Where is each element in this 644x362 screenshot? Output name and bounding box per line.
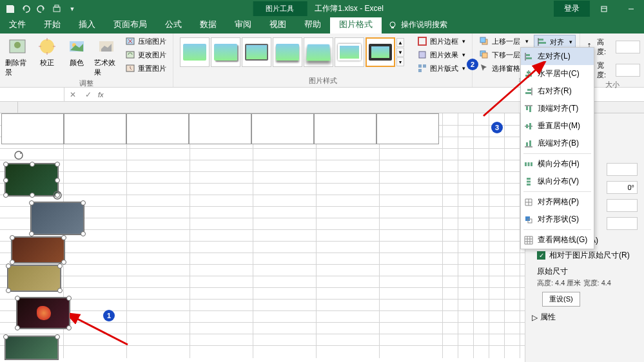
tab-data[interactable]: 数据	[191, 15, 226, 33]
remove-background-button[interactable]: 删除背景	[4, 35, 31, 79]
tab-home[interactable]: 开始	[35, 15, 70, 33]
svg-rect-46	[529, 140, 531, 146]
ribbon-options-icon[interactable]	[591, 0, 617, 17]
menu-distribute-h[interactable]: 横向分布(H)	[521, 155, 594, 173]
svg-rect-23	[482, 53, 487, 58]
align-bottom-icon	[523, 138, 534, 149]
menu-align-top[interactable]: 顶端对齐(T)	[521, 100, 594, 117]
merged-cell[interactable]	[314, 113, 376, 144]
width-input[interactable]	[616, 64, 640, 77]
artistic-effects-button[interactable]: 艺术效果	[93, 35, 120, 79]
redo-icon[interactable]	[36, 4, 46, 14]
fx-label[interactable]: fx	[98, 91, 104, 99]
picture-2[interactable]	[31, 202, 84, 234]
pane-scale-h-input[interactable]	[607, 199, 638, 212]
login-button[interactable]: 登录	[554, 1, 590, 17]
relative-size-checkbox[interactable]: ✓ 相对于图片原始尺寸(R)	[537, 250, 638, 261]
compress-pictures-button[interactable]: 压缩图片	[122, 35, 169, 48]
cancel-formula-icon[interactable]: ✕	[67, 90, 79, 99]
original-size-label: 原始尺寸	[537, 266, 638, 277]
confirm-formula-icon[interactable]: ✓	[83, 90, 94, 99]
merged-cell[interactable]	[1, 113, 64, 144]
bring-forward-button[interactable]: 上移一层▾	[476, 35, 531, 48]
pane-scale-w-input[interactable]	[607, 217, 638, 230]
gallery-up-icon[interactable]: ▲	[396, 38, 404, 47]
tab-picture-format[interactable]: 图片格式	[330, 15, 382, 33]
menu-align-right[interactable]: 右对齐(R)	[521, 82, 594, 100]
menu-align-center-v[interactable]: 垂直居中(M)	[521, 117, 594, 135]
picture-styles-gallery[interactable]: ▲ ▼ ▾	[177, 35, 408, 70]
tab-review[interactable]: 审阅	[226, 15, 260, 33]
merged-cell[interactable]	[64, 113, 126, 144]
menu-snap-shape[interactable]: 对齐形状(S)	[521, 211, 594, 228]
menu-align-center-h[interactable]: 水平居中(C)	[521, 65, 594, 82]
merged-cell[interactable]	[251, 113, 314, 144]
merged-cells-row	[1, 113, 439, 144]
color-button[interactable]: 颜色	[63, 35, 90, 69]
picture-border-button[interactable]: 图片边框▾	[415, 35, 468, 48]
menu-distribute-v[interactable]: 纵向分布(V)	[521, 173, 594, 190]
select-all-corner[interactable]	[0, 102, 18, 113]
menu-view-gridlines[interactable]: 查看网格线(G)	[521, 231, 594, 249]
rotate-handle-icon[interactable]	[52, 190, 63, 200]
svg-rect-37	[525, 92, 531, 94]
merged-cell[interactable]	[376, 113, 439, 144]
tell-me-search[interactable]: 操作说明搜索	[382, 16, 454, 33]
svg-rect-52	[527, 184, 531, 186]
picture-5[interactable]	[17, 298, 70, 329]
svg-point-7	[14, 42, 21, 48]
style-item-2[interactable]	[211, 37, 240, 67]
picture-4[interactable]	[8, 265, 61, 291]
tab-view[interactable]: 视图	[260, 15, 295, 33]
picture-3[interactable]	[12, 237, 64, 263]
style-item-5[interactable]	[304, 37, 333, 67]
gallery-down-icon[interactable]: ▼	[396, 48, 404, 57]
change-pic-icon	[125, 50, 135, 60]
picture-layout-button[interactable]: 图片版式▾	[415, 62, 468, 75]
picture-effects-button[interactable]: 图片效果▾	[415, 48, 468, 61]
merged-cell[interactable]	[126, 113, 189, 144]
gallery-more-icon[interactable]: ▾	[396, 57, 404, 66]
svg-point-8	[40, 39, 54, 53]
tab-file[interactable]: 文件	[0, 15, 35, 33]
style-item-4[interactable]	[273, 37, 302, 67]
menu-align-left[interactable]: 左对齐(L)	[521, 48, 594, 65]
style-item-6[interactable]	[335, 37, 364, 67]
pane-rotate-input[interactable]	[607, 181, 638, 194]
save-icon[interactable]	[5, 4, 15, 14]
style-item-3[interactable]	[242, 37, 271, 67]
annotation-1: 1	[103, 310, 115, 321]
tab-insert[interactable]: 插入	[70, 15, 104, 33]
undo-icon[interactable]	[21, 4, 31, 14]
align-icon	[537, 37, 547, 47]
style-item-7[interactable]	[366, 37, 395, 67]
menu-snap-grid[interactable]: 对齐网格(P)	[521, 193, 594, 211]
menu-align-bottom[interactable]: 底端对齐(B)	[521, 135, 594, 152]
tab-help[interactable]: 帮助	[295, 15, 330, 33]
tab-layout[interactable]: 页面布局	[104, 15, 156, 33]
height-input[interactable]	[616, 41, 640, 53]
reset-size-button[interactable]: 重设(S)	[542, 292, 580, 307]
tab-formula[interactable]: 公式	[156, 15, 191, 33]
selection-icon	[479, 63, 489, 73]
svg-rect-30	[526, 54, 530, 56]
print-preview-icon[interactable]	[52, 4, 62, 14]
title-center: 图片工具 工作簿1.xlsx - Excel	[253, 1, 391, 16]
style-item-1[interactable]	[180, 37, 210, 67]
qat-dropdown-icon[interactable]: ▼	[67, 4, 77, 14]
reset-picture-button[interactable]: 重置图片	[122, 62, 169, 75]
pane-width-input[interactable]	[607, 163, 638, 176]
change-picture-button[interactable]: 更改图片	[122, 48, 169, 61]
annotation-3: 3	[491, 122, 503, 133]
picture-1[interactable]	[5, 164, 58, 196]
minimize-icon[interactable]	[618, 0, 644, 17]
picture-6[interactable]	[5, 336, 58, 359]
group-picture-styles: ▲ ▼ ▾ 图片边框▾ 图片效果▾ 图片版式▾	[173, 33, 473, 87]
properties-section-header[interactable]: ▷ 属性	[532, 312, 638, 323]
svg-rect-24	[538, 39, 543, 41]
corrections-button[interactable]: 校正	[34, 35, 61, 69]
svg-rect-18	[423, 64, 426, 68]
merged-cell[interactable]	[189, 113, 251, 144]
rotate-handle-icon[interactable]	[14, 150, 24, 160]
name-box[interactable]	[0, 88, 64, 101]
